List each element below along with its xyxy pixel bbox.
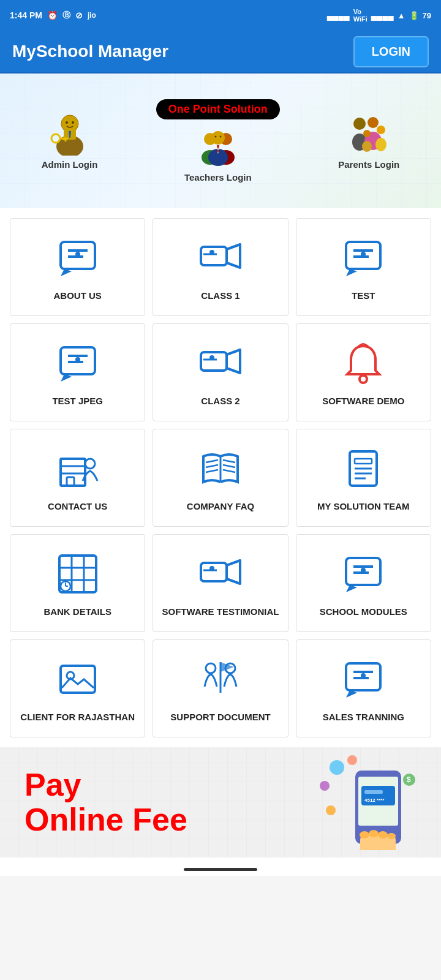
grid-item-test-jpeg[interactable]: TEST JPEG [10,323,145,421]
bank-details-icon [56,552,100,596]
status-bar: 1:44 PM ⏰ Ⓑ ⊘ jio ▄▄▄▄ VoWiFi ▄▄▄▄ ▲ 🔋 7… [0,0,441,31]
svg-point-33 [75,252,80,257]
my-solution-team-label: MY SOLUTION TEAM [317,500,410,513]
test-icon [341,236,385,280]
status-left: 1:44 PM ⏰ Ⓑ ⊘ jio [10,10,96,21]
software-testimonial-icon [198,552,243,596]
svg-point-17 [217,148,219,150]
grid-item-contact-us[interactable]: CONTACT US [10,429,145,527]
software-demo-icon [341,341,385,385]
svg-rect-88 [61,666,95,693]
admin-login-section: Admin Login [42,113,98,170]
banner-tagline: One Point Solution [156,99,280,119]
svg-rect-67 [355,459,372,464]
grid-item-support-document[interactable]: SUPPORT DOCUMENT [153,639,288,737]
svg-point-109 [360,831,369,839]
svg-point-9 [72,121,74,124]
svg-point-42 [361,252,366,257]
grid-item-class-1[interactable]: CLASS 1 [153,218,288,316]
contact-us-icon [56,447,100,491]
svg-rect-34 [201,247,227,265]
app-bar: MySchool Manager LOGIN [0,31,441,74]
class-2-icon [198,341,243,385]
signal-icon: ⊘ [75,10,83,20]
bank-details-label: BANK DETAILS [43,606,111,618]
menu-grid-section: ABOUT US CLASS 1 TEST TEST JPEG [0,208,441,747]
svg-text:$: $ [407,775,411,784]
my-solution-team-icon [341,447,385,491]
grid-item-school-modules[interactable]: SCHOOL MODULES [296,534,431,632]
network-bars: ▄▄▄▄ [327,11,350,20]
grid-item-software-testimonial[interactable]: SOFTWARE TESTIMONIAL [153,534,288,632]
grid-item-my-solution-team[interactable]: MY SOLUTION TEAM [296,429,431,527]
wifi-bars: ▄▄▄▄ [371,11,394,20]
class-2-label: CLASS 2 [201,395,239,407]
svg-point-112 [387,833,396,839]
svg-point-59 [85,459,95,469]
class-1-label: CLASS 1 [201,290,239,302]
menu-grid: ABOUT US CLASS 1 TEST TEST JPEG [10,218,431,737]
svg-rect-58 [67,477,74,486]
svg-point-28 [362,141,372,152]
grid-item-class-2[interactable]: CLASS 2 [153,323,288,421]
footer-text: Pay Online Fee [24,767,187,837]
login-button[interactable]: LOGIN [353,36,429,67]
grid-item-bank-details[interactable]: BANK DETAILS [10,534,145,632]
software-testimonial-label: SOFTWARE TESTIMONIAL [162,606,279,618]
admin-label: Admin Login [42,159,98,170]
svg-point-101 [320,781,330,791]
svg-point-110 [369,830,379,837]
school-modules-icon [341,552,385,596]
about-us-icon [56,236,100,280]
svg-line-62 [206,470,218,472]
about-us-label: ABOUT US [53,290,101,302]
app-title: MySchool Manager [12,42,168,61]
sales-tranning-icon [341,657,385,701]
footer-banner: Pay Online Fee 4512 **** $ [0,747,441,858]
wifi-icon: ▲ [398,11,405,20]
sales-tranning-label: SALES TRANNING [323,711,404,723]
svg-point-14 [211,131,225,145]
svg-point-87 [361,568,366,573]
test-jpeg-label: TEST JPEG [52,395,103,407]
footer-line1: Pay [24,767,187,802]
test-label: TEST [352,290,375,302]
svg-point-100 [347,755,357,765]
svg-point-25 [377,126,385,134]
svg-point-8 [66,121,68,124]
teachers-label: Teachers Login [184,172,252,183]
grid-item-sales-tranning[interactable]: SALES TRANNING [296,639,431,737]
phone-illustration: 4512 **** $ [318,755,417,850]
banner-center: One Point Solution [156,99,280,183]
school-modules-label: SCHOOL MODULES [320,606,407,618]
home-indicator [184,868,257,871]
grid-item-about-us[interactable]: ABOUT US [10,218,145,316]
svg-point-111 [378,831,388,839]
svg-rect-105 [364,790,383,794]
svg-point-52 [360,375,367,383]
parents-icon [347,113,390,156]
svg-text:4512 ****: 4512 **** [364,797,385,803]
svg-point-18 [217,152,219,154]
parents-login-section: Parents Login [338,113,399,170]
test-jpeg-icon [56,341,100,385]
battery-icon: 🔋 [409,11,419,20]
grid-item-test[interactable]: TEST [296,218,431,316]
class-1-icon [198,236,243,280]
admin-icon [48,113,91,156]
client-rajasthan-label: CLIENT FOR RAJASTHAN [20,711,135,723]
support-document-icon [198,657,243,701]
grid-item-client-rajasthan[interactable]: CLIENT FOR RAJASTHAN [10,639,145,737]
support-document-label: SUPPORT DOCUMENT [170,711,270,723]
svg-line-60 [206,460,218,462]
svg-line-61 [206,465,218,467]
hero-banner: Admin Login One Point Solution [0,74,441,208]
svg-point-90 [206,663,216,673]
battery-level: 79 [423,11,431,20]
grid-item-company-faq[interactable]: COMPANY FAQ [153,429,288,527]
company-faq-icon [198,447,243,491]
software-demo-label: SOFTWARE DEMO [322,395,404,407]
svg-line-64 [223,465,235,467]
svg-point-21 [353,118,366,130]
grid-item-software-demo[interactable]: SOFTWARE DEMO [296,323,431,421]
